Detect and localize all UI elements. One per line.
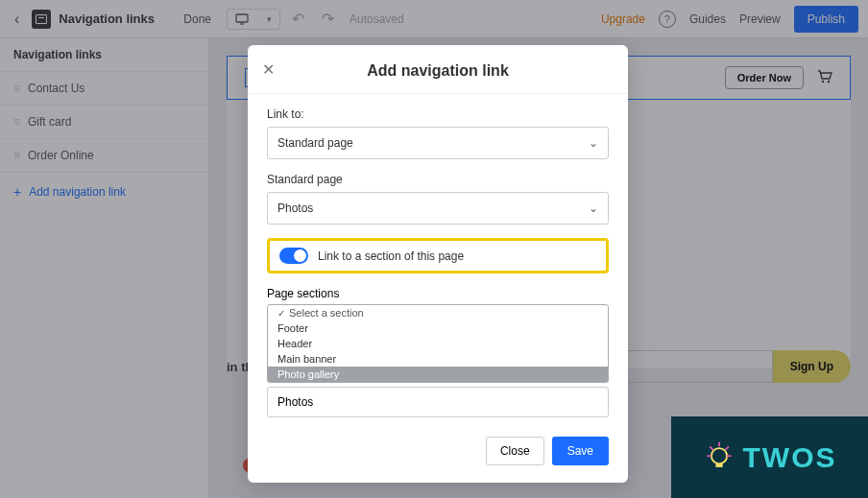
section-toggle-row: Link to a section of this page — [267, 238, 609, 273]
chevron-down-icon: ⌄ — [589, 136, 598, 150]
modal-title: Add navigation link — [367, 62, 509, 79]
link-to-label: Link to: — [267, 107, 609, 121]
dropdown-option-main-banner[interactable]: Main banner — [268, 351, 608, 367]
watermark-text: TWOS — [742, 441, 836, 474]
section-toggle-label: Link to a section of this page — [318, 249, 464, 263]
dropdown-option-footer[interactable]: Footer — [268, 320, 608, 336]
page-sections-select[interactable]: Photos — [267, 387, 609, 417]
close-button[interactable]: Close — [486, 437, 544, 465]
page-sections-label: Page sections — [267, 287, 609, 300]
section-toggle[interactable] — [279, 248, 308, 264]
modal-body: Link to: Standard page ⌄ Standard page P… — [248, 94, 628, 423]
dropdown-option-header[interactable]: Header — [268, 336, 608, 351]
dropdown-option-photo-gallery[interactable]: Photo gallery — [268, 367, 608, 382]
save-button[interactable]: Save — [552, 437, 609, 465]
page-sections-dropdown[interactable]: Select a section Footer Header Main bann… — [267, 304, 609, 383]
svg-line-9 — [726, 446, 730, 450]
standard-page-select[interactable]: Photos ⌄ — [267, 192, 609, 225]
modal-footer: Close Save — [248, 423, 628, 483]
standard-page-value: Photos — [277, 202, 313, 215]
add-navigation-link-modal: ✕ Add navigation link Link to: Standard … — [248, 45, 628, 483]
lightbulb-icon — [702, 440, 736, 475]
svg-line-8 — [711, 446, 714, 450]
modal-header: ✕ Add navigation link — [248, 45, 628, 94]
svg-point-4 — [711, 448, 727, 463]
standard-page-label: Standard page — [267, 173, 609, 186]
modal-close-button[interactable]: ✕ — [262, 60, 275, 79]
link-to-value: Standard page — [277, 136, 353, 150]
chevron-down-icon: ⌄ — [589, 202, 598, 215]
link-to-select[interactable]: Standard page ⌄ — [267, 127, 609, 159]
section-select-value: Photos — [277, 395, 313, 409]
watermark: TWOS — [671, 416, 868, 498]
dropdown-placeholder[interactable]: Select a section — [268, 305, 608, 320]
